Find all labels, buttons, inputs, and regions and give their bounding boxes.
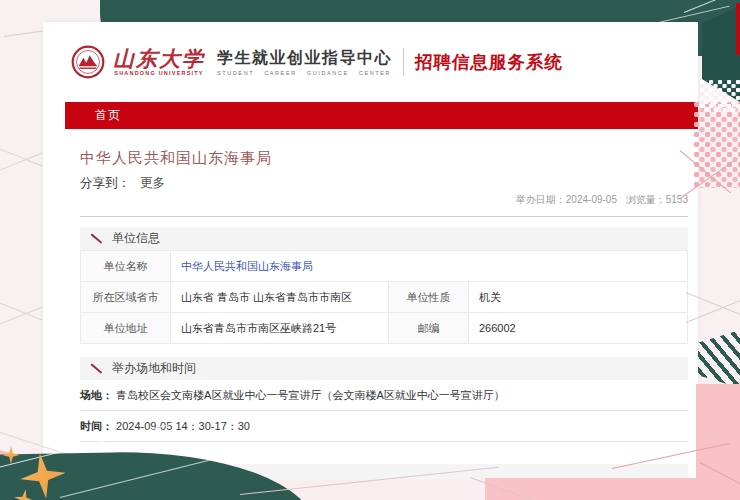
unit-nature-label: 单位性质 — [389, 282, 469, 313]
article-content: 中华人民共和国山东海事局 分享到：更多 举办日期：2024-09-05 浏览量：… — [80, 149, 688, 500]
decor-chevron-line — [0, 300, 42, 320]
pen-icon — [90, 232, 103, 245]
main-navbar: 首页 — [65, 102, 698, 129]
unit-region-label: 所在区域省市 — [81, 282, 171, 313]
meta-date-label: 举办日期： — [516, 194, 566, 205]
table-row: 单位地址 山东省青岛市市南区巫峡路21号 邮编 266002 — [81, 313, 688, 344]
unit-nature-value: 机关 — [469, 282, 688, 313]
decor-teal-stripes — [698, 330, 740, 388]
decor-pink-dots — [694, 102, 740, 188]
pen-icon — [90, 362, 103, 375]
venue-place-row: 场地： 青岛校区会文南楼A区就业中心一号宣讲厅（会文南楼A区就业中心一号宣讲厅） — [80, 380, 688, 411]
decor-red-edge-strip — [736, 3, 740, 55]
unit-address-label: 单位地址 — [81, 313, 171, 344]
unit-name-link[interactable]: 中华人民共和国山东海事局 — [181, 260, 313, 272]
unit-zip-label: 邮编 — [389, 313, 469, 344]
career-center-en: STUDENT CAREER GUIDANCE CENTER — [217, 70, 392, 76]
sdu-seal-logo — [71, 45, 105, 79]
section-title-venue: 举办场地和时间 — [112, 360, 196, 377]
career-center-title: 学生就业创业指导中心 STUDENT CAREER GUIDANCE CENTE… — [217, 49, 392, 76]
career-center-cn: 学生就业创业指导中心 — [217, 49, 392, 67]
unit-region-value: 山东省 青岛市 山东省青岛市市南区 — [171, 282, 389, 313]
university-name-cn: 山东大学 — [113, 48, 205, 70]
article-title: 中华人民共和国山东海事局 — [80, 149, 688, 168]
decor-chevron-line — [0, 146, 42, 166]
site-header: 山东大学 SHANDONG UNIVERSITY 学生就业创业指导中心 STUD… — [43, 22, 698, 90]
unit-zip-value: 266002 — [469, 313, 688, 344]
meta-date-value: 2024-09-05 — [566, 194, 617, 205]
venue-time-value: 2024-09-05 14：30-17：30 — [116, 420, 250, 432]
nav-item-home[interactable]: 首页 — [95, 107, 121, 124]
section-header-unit-info: 单位信息 — [80, 227, 688, 250]
divider-rule — [80, 216, 688, 217]
share-row: 分享到：更多 — [80, 175, 688, 192]
header-divider — [403, 48, 404, 76]
venue-time-row: 时间： 2024-09-05 14：30-17：30 — [80, 411, 688, 442]
unit-info-table: 单位名称 中华人民共和国山东海事局 所在区域省市 山东省 青岛市 山东省青岛市市… — [80, 250, 688, 344]
section-header-venue: 举办场地和时间 — [80, 357, 688, 380]
unit-address-value: 山东省青岛市市南区巫峡路21号 — [171, 313, 389, 344]
table-row: 单位名称 中华人民共和国山东海事局 — [81, 251, 688, 282]
share-more-link[interactable]: 更多 — [140, 176, 165, 190]
venue-place-label: 场地： — [80, 389, 113, 401]
decor-white-dots — [700, 80, 740, 112]
meta-views-label: 浏览量： — [626, 194, 666, 205]
table-row: 所在区域省市 山东省 青岛市 山东省青岛市市南区 单位性质 机关 — [81, 282, 688, 313]
system-title: 招聘信息服务系统 — [415, 50, 564, 74]
unit-name-label: 单位名称 — [81, 251, 171, 282]
university-logo-text: 山东大学 SHANDONG UNIVERSITY — [113, 48, 205, 76]
page-container: 山东大学 SHANDONG UNIVERSITY 学生就业创业指导中心 STUD… — [43, 22, 698, 500]
meta-row: 举办日期：2024-09-05 浏览量：5153 — [80, 193, 688, 207]
venue-place-value: 青岛校区会文南楼A区就业中心一号宣讲厅（会文南楼A区就业中心一号宣讲厅） — [116, 389, 505, 401]
university-name-en: SHANDONG UNIVERSITY — [113, 70, 205, 76]
share-label: 分享到： — [80, 176, 130, 190]
section-title-unit-info: 单位信息 — [112, 230, 160, 247]
venue-time-label: 时间： — [80, 420, 113, 432]
